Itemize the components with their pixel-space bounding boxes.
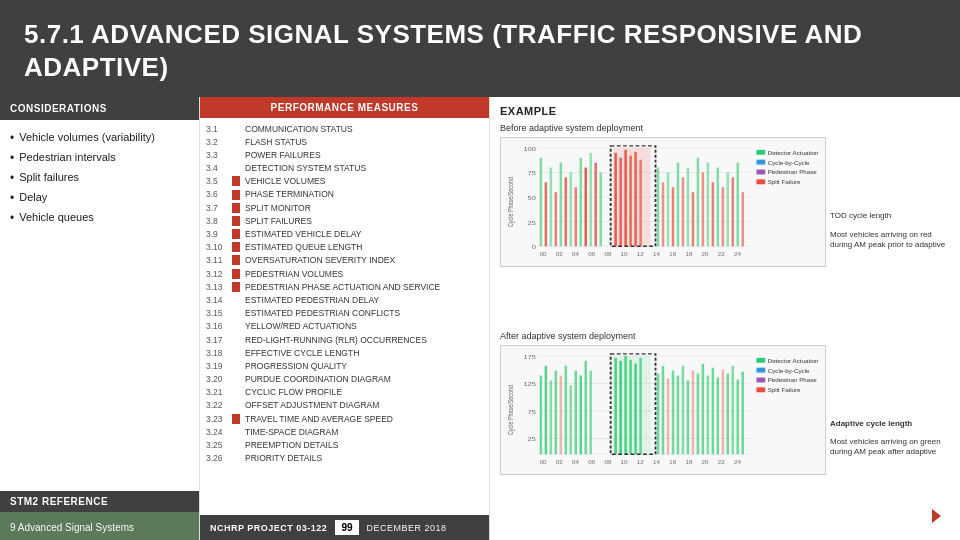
svg-rect-115 xyxy=(727,373,729,454)
perf-item-bar xyxy=(232,308,240,318)
svg-rect-134 xyxy=(756,367,765,372)
perf-item-num: 3.19 xyxy=(206,361,232,371)
svg-text:Cycle-by-Cycle: Cycle-by-Cycle xyxy=(768,160,810,165)
perf-item: 3.5VEHICLE VOLUMES xyxy=(200,175,489,188)
project-label: NCHRP PROJECT 03-122 xyxy=(210,523,327,533)
svg-rect-102 xyxy=(662,365,664,454)
svg-rect-40 xyxy=(697,158,699,247)
perf-item-text: TIME-SPACE DIAGRAM xyxy=(245,427,338,437)
perf-item: 3.24TIME-SPACE DIAGRAM xyxy=(200,425,489,438)
svg-text:25: 25 xyxy=(528,436,537,442)
perf-item-num: 3.5 xyxy=(206,176,232,186)
after-label: After adaptive system deployment xyxy=(500,331,950,341)
svg-text:20: 20 xyxy=(702,252,709,257)
most-vehicles-before-note: Most vehicles arriving on red during AM … xyxy=(830,230,950,251)
perf-item-bar xyxy=(232,335,240,345)
svg-rect-25 xyxy=(614,153,616,247)
middle-panel: PERFORMANCE MEASURES 3.1COMMUNICATION ST… xyxy=(200,97,490,540)
svg-rect-29 xyxy=(634,152,636,247)
svg-text:22: 22 xyxy=(718,252,725,257)
svg-rect-94 xyxy=(614,357,616,453)
perf-item-num: 3.8 xyxy=(206,216,232,226)
svg-text:Split Failure: Split Failure xyxy=(768,387,801,392)
perf-item-bar xyxy=(232,401,240,411)
adaptive-cycle-note: Adaptive cycle length xyxy=(830,419,950,429)
perf-item-bar xyxy=(232,242,240,252)
perf-item-num: 3.6 xyxy=(206,189,232,199)
svg-text:175: 175 xyxy=(523,353,536,359)
svg-rect-23 xyxy=(599,172,601,246)
svg-rect-109 xyxy=(697,373,699,454)
svg-rect-84 xyxy=(550,380,552,454)
performance-footer: NCHRP PROJECT 03-122 99 DECEMBER 2018 xyxy=(200,515,489,540)
perf-item-bar xyxy=(232,440,240,450)
perf-item: 3.13PEDESTRIAN PHASE ACTUATION AND SERVI… xyxy=(200,280,489,293)
perf-item-text: SPLIT FAILURES xyxy=(245,216,312,226)
svg-rect-118 xyxy=(742,371,744,454)
svg-rect-42 xyxy=(707,163,709,247)
svg-text:16: 16 xyxy=(669,459,676,464)
svg-rect-86 xyxy=(560,375,562,454)
svg-text:10: 10 xyxy=(621,459,628,464)
perf-item-num: 3.15 xyxy=(206,308,232,318)
perf-item-text: EFFECTIVE CYCLE LENGTH xyxy=(245,348,359,358)
svg-text:14: 14 xyxy=(653,252,660,257)
perf-item-text: OFFSET ADJUSTMENT DIAGRAM xyxy=(245,400,379,410)
svg-rect-108 xyxy=(692,370,694,454)
perf-item: 3.1COMMUNICATION STATUS xyxy=(200,122,489,135)
perf-item-text: SPLIT MONITOR xyxy=(245,203,311,213)
svg-text:24: 24 xyxy=(734,459,741,464)
svg-rect-37 xyxy=(682,177,684,246)
after-chart-svg: 175 125 75 25 xyxy=(501,346,825,474)
svg-rect-27 xyxy=(624,150,626,246)
before-label: Before adaptive system deployment xyxy=(500,123,950,133)
perf-item-num: 3.3 xyxy=(206,150,232,160)
performance-title: PERFORMANCE MEASURES xyxy=(210,102,479,113)
svg-rect-93 xyxy=(613,355,650,453)
svg-rect-33 xyxy=(662,182,664,246)
perf-item-num: 3.13 xyxy=(206,282,232,292)
perf-item-bar xyxy=(232,203,240,213)
after-chart-with-note: 175 125 75 25 xyxy=(500,345,950,533)
perf-item-bar xyxy=(232,216,240,226)
perf-item: 3.21CYCLIC FLOW PROFILE xyxy=(200,386,489,399)
svg-rect-90 xyxy=(580,375,582,454)
page-title: 5.7.1 ADVANCED SIGNAL SYSTEMS (TRAFFIC R… xyxy=(24,18,936,83)
svg-rect-104 xyxy=(672,370,674,454)
svg-rect-98 xyxy=(634,363,636,454)
perf-item-num: 3.12 xyxy=(206,269,232,279)
svg-rect-91 xyxy=(584,360,586,454)
svg-rect-136 xyxy=(756,377,765,382)
perf-item-bar xyxy=(232,295,240,305)
perf-item: 3.16YELLOW/RED ACTUATIONS xyxy=(200,320,489,333)
list-item: Split failures xyxy=(10,168,189,188)
after-chart-wrapper: 175 125 75 25 xyxy=(500,345,826,533)
after-chart: 175 125 75 25 xyxy=(500,345,826,475)
svg-rect-43 xyxy=(712,182,714,246)
perf-item-bar xyxy=(232,269,240,279)
perf-item: 3.20PURDUE COORDINATION DIAGRAM xyxy=(200,373,489,386)
svg-text:Pedestrian Phase: Pedestrian Phase xyxy=(768,170,817,175)
perf-item: 3.12PEDESTRIAN VOLUMES xyxy=(200,267,489,280)
svg-text:Cycle Phase/Second: Cycle Phase/Second xyxy=(507,384,515,435)
perf-item-text: ESTIMATED PEDESTRIAN CONFLICTS xyxy=(245,308,400,318)
svg-rect-101 xyxy=(657,373,659,454)
nav-arrow[interactable] xyxy=(924,504,948,532)
perf-item-bar xyxy=(232,124,240,134)
svg-rect-15 xyxy=(560,163,562,247)
perf-item-num: 3.9 xyxy=(206,229,232,239)
page: 5.7.1 ADVANCED SIGNAL SYSTEMS (TRAFFIC R… xyxy=(0,0,960,540)
svg-text:Split Failure: Split Failure xyxy=(768,180,801,185)
perf-item: 3.8SPLIT FAILURES xyxy=(200,214,489,227)
header: 5.7.1 ADVANCED SIGNAL SYSTEMS (TRAFFIC R… xyxy=(0,0,960,97)
svg-rect-105 xyxy=(677,375,679,454)
stm-link-text: 9 Advanced Signal Systems xyxy=(10,522,134,533)
svg-rect-69 xyxy=(756,179,765,184)
stm-link[interactable]: 9 Advanced Signal Systems xyxy=(0,512,199,540)
svg-rect-35 xyxy=(672,187,674,246)
perf-item: 3.18EFFECTIVE CYCLE LENGTH xyxy=(200,346,489,359)
perf-item-text: TRAVEL TIME AND AVERAGE SPEED xyxy=(245,414,393,424)
svg-rect-85 xyxy=(555,370,557,454)
svg-rect-18 xyxy=(575,187,577,246)
perf-item: 3.14ESTIMATED PEDESTRIAN DELAY xyxy=(200,293,489,306)
